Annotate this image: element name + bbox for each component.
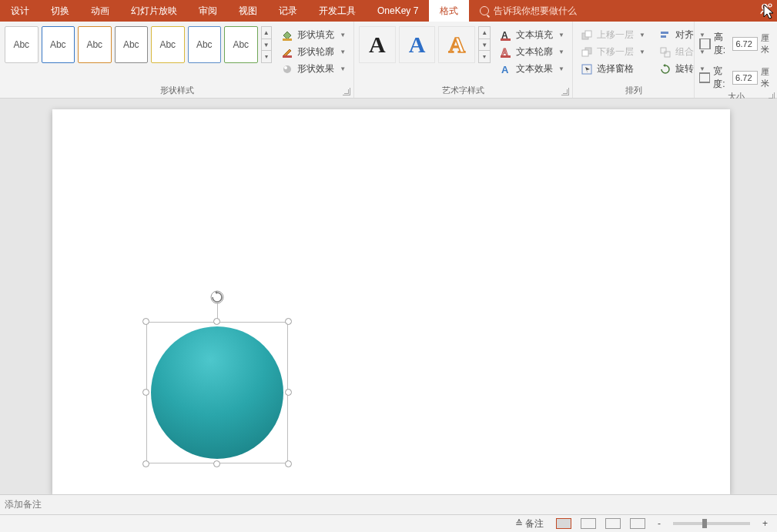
height-input[interactable]: 6.72 — [732, 37, 757, 51]
svg-rect-3 — [283, 55, 292, 58]
normal-view-button[interactable] — [556, 518, 571, 529]
resize-handle-ne[interactable] — [285, 318, 292, 325]
shape-outline-button[interactable]: 形状轮廓▼ — [278, 45, 349, 59]
width-input[interactable]: 6.72 — [732, 71, 757, 85]
text-effects-button[interactable]: A 文本效果▼ — [497, 62, 568, 76]
shape-style-6[interactable]: Abc — [188, 26, 222, 63]
selected-shape[interactable] — [146, 322, 288, 463]
width-label: 宽度: — [713, 65, 729, 91]
shape-styles-dialog-launcher[interactable] — [343, 88, 350, 95]
tab-transition[interactable]: 切换 — [40, 0, 80, 22]
notes-placeholder: 添加备注 — [5, 498, 42, 511]
ribbon: Abc Abc Abc Abc Abc Abc Abc ▲ ▼ ▾ 形状填充▼ … — [0, 22, 777, 99]
resize-handle-w[interactable] — [142, 389, 149, 396]
tab-format[interactable]: 格式 — [429, 0, 469, 22]
tab-animation[interactable]: 动画 — [80, 0, 120, 22]
align-label: 对齐 — [675, 28, 694, 42]
selection-pane-button[interactable]: 选择窗格 — [578, 62, 648, 76]
zoom-in-button[interactable]: + — [759, 518, 771, 529]
group-shape-styles: Abc Abc Abc Abc Abc Abc Abc ▲ ▼ ▾ 形状填充▼ … — [0, 22, 354, 98]
svg-point-5 — [284, 66, 287, 69]
notes-toggle-button[interactable]: ≙ 备注 — [512, 517, 547, 530]
wordart-style-3[interactable]: A — [438, 26, 475, 63]
slideshow-view-button[interactable] — [630, 518, 645, 529]
shape-effects-label: 形状效果 — [297, 62, 334, 75]
resize-handle-n[interactable] — [213, 318, 220, 325]
wordart-gallery-down[interactable]: ▼ — [479, 39, 490, 52]
wordart-gallery-up[interactable]: ▲ — [479, 27, 490, 39]
slide-editor-area[interactable] — [0, 99, 777, 494]
shape-style-2[interactable]: Abc — [42, 26, 75, 63]
wordart-style-1[interactable]: A — [359, 26, 396, 63]
shape-style-5[interactable]: Abc — [151, 26, 185, 63]
reading-view-button[interactable] — [605, 518, 621, 529]
svg-rect-2 — [283, 38, 292, 41]
wordart-gallery-scroll: ▲ ▼ ▾ — [478, 26, 491, 63]
shape-style-3[interactable]: Abc — [78, 26, 112, 63]
wordart-style-2[interactable]: A — [399, 26, 436, 63]
text-effects-icon: A — [500, 63, 512, 75]
tab-developer[interactable]: 开发工具 — [308, 0, 367, 22]
group-label-arrange: 排列 — [573, 82, 694, 98]
svg-rect-9 — [501, 55, 511, 58]
selection-frame — [146, 322, 288, 463]
shape-style-7[interactable]: Abc — [224, 26, 258, 63]
shape-effects-button[interactable]: 形状效果▼ — [278, 62, 349, 76]
send-backward-button[interactable]: 下移一层▼ — [578, 45, 648, 59]
svg-rect-12 — [585, 31, 591, 37]
tab-record[interactable]: 记录 — [268, 0, 308, 22]
height-label: 高度: — [714, 31, 730, 57]
tab-onekey[interactable]: OneKey 7 — [367, 0, 429, 22]
resize-handle-s[interactable] — [213, 460, 220, 467]
resize-handle-se[interactable] — [285, 460, 292, 467]
tab-slideshow[interactable]: 幻灯片放映 — [120, 0, 188, 22]
width-unit: 厘米 — [761, 66, 774, 89]
zoom-out-button[interactable]: - — [655, 518, 664, 529]
group-label-shape-styles: 形状样式 — [0, 82, 353, 98]
resize-handle-e[interactable] — [285, 389, 292, 396]
resize-handle-sw[interactable] — [142, 460, 149, 467]
shape-style-1[interactable]: Abc — [5, 26, 39, 63]
svg-rect-7 — [501, 38, 511, 41]
group-size: 高度: 6.72 厘米 宽度: 6.72 厘米 大小 — [695, 22, 777, 98]
svg-text:A: A — [501, 64, 509, 75]
align-icon — [659, 29, 672, 42]
bring-forward-button[interactable]: 上移一层▼ — [578, 28, 648, 42]
gallery-up-button[interactable]: ▲ — [262, 27, 272, 39]
notes-pane[interactable]: 添加备注 — [0, 494, 777, 514]
rotate-handle[interactable] — [209, 289, 225, 305]
text-outline-label: 文本轮廓 — [516, 45, 553, 59]
zoom-slider-thumb[interactable] — [702, 519, 707, 528]
send-backward-icon — [581, 46, 593, 59]
shape-style-4[interactable]: Abc — [115, 26, 149, 63]
text-fill-button[interactable]: A 文本填充▼ — [497, 28, 568, 42]
height-icon — [699, 38, 711, 49]
tab-view[interactable]: 视图 — [228, 0, 268, 22]
wordart-gallery-more[interactable]: ▾ — [479, 51, 490, 62]
wordart-dialog-launcher[interactable] — [561, 88, 569, 95]
gallery-down-button[interactable]: ▼ — [262, 39, 272, 52]
group-wordart-styles: A A A ▲ ▼ ▾ A 文本填充▼ A 文本轮廓▼ A 文本效果▼ — [354, 22, 573, 98]
bring-forward-icon — [581, 29, 593, 42]
svg-point-4 — [283, 65, 291, 73]
svg-rect-16 — [661, 32, 668, 34]
gallery-more-button[interactable]: ▾ — [262, 51, 272, 62]
group-label-wordart-styles: 艺术字样式 — [354, 82, 572, 98]
text-effects-label: 文本效果 — [516, 62, 553, 75]
text-fill-label: 文本填充 — [516, 28, 553, 42]
sorter-view-button[interactable] — [581, 518, 596, 529]
tab-design[interactable]: 设计 — [0, 0, 40, 22]
svg-rect-17 — [661, 35, 666, 38]
resize-handle-nw[interactable] — [142, 318, 149, 325]
tell-me-search[interactable]: 告诉我你想要做什么 — [469, 0, 577, 22]
text-outline-button[interactable]: A 文本轮廓▼ — [497, 45, 568, 59]
shape-fill-button[interactable]: 形状填充▼ — [278, 28, 349, 42]
text-outline-icon: A — [500, 46, 512, 59]
ribbon-tab-bar: 设计 切换 动画 幻灯片放映 审阅 视图 记录 开发工具 OneKey 7 格式… — [0, 0, 777, 22]
shape-style-gallery-scroll: ▲ ▼ ▾ — [261, 26, 273, 63]
group-btn-label: 组合 — [675, 45, 694, 59]
tab-review[interactable]: 审阅 — [188, 0, 228, 22]
zoom-slider[interactable] — [673, 522, 750, 525]
text-fill-icon: A — [500, 29, 512, 42]
svg-rect-19 — [665, 52, 670, 57]
